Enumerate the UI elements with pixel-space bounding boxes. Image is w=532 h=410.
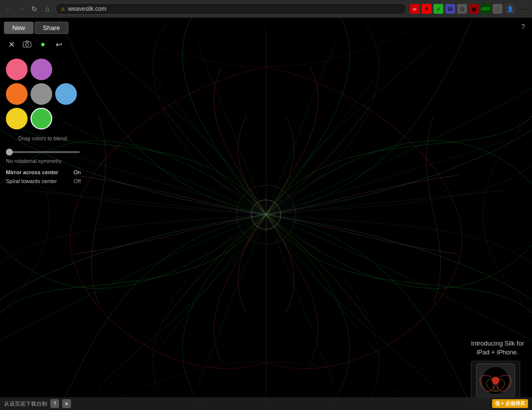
mirror-label: Mirror across center (6, 169, 58, 175)
color-palette (4, 57, 83, 131)
color-light-blue[interactable] (55, 83, 77, 105)
color-gray[interactable] (31, 83, 52, 105)
extension-icon-1[interactable]: ∞ (410, 4, 420, 14)
spiral-toggle-row[interactable]: Spiral towards center Off (4, 177, 83, 186)
drag-hint-text: Drag colors to blend. (4, 135, 83, 141)
symmetry-label: No rotational symmetry (4, 158, 83, 164)
help-button[interactable]: ? (518, 22, 528, 32)
toolbar-buttons: New Share (4, 22, 83, 34)
home-button[interactable]: ⌂ (42, 4, 52, 14)
camera-icon[interactable] (22, 39, 33, 50)
ipad-promo-text: Introducing Silk for iPad + iPhone. (471, 339, 524, 357)
extension-icon-2[interactable]: A (422, 4, 432, 14)
more-button[interactable]: ⋯ (518, 4, 528, 14)
symmetry-slider-container (4, 146, 83, 155)
svg-point-4 (26, 43, 29, 46)
address-bar[interactable]: ⚠ weavesilk.com (55, 3, 407, 15)
share-button[interactable]: Share (34, 22, 68, 34)
ipad-thumbnail (471, 361, 520, 400)
refresh-button[interactable]: ↻ (30, 4, 39, 14)
logo-badge: 值 + 必值得买 (492, 399, 528, 408)
new-button[interactable]: New (4, 22, 33, 34)
question-icon[interactable]: ? (50, 399, 59, 408)
undo-icon[interactable]: ↩ (53, 39, 64, 50)
ipad-promo[interactable]: Introducing Silk for iPad + iPhone. (471, 339, 524, 400)
symmetry-slider[interactable] (6, 151, 80, 153)
color-orange[interactable] (6, 83, 28, 105)
download-text: 从该页面下载自制 (4, 400, 47, 408)
canvas-area[interactable]: ? New Share ✕ ● ↩ (0, 18, 532, 410)
profile-icon[interactable]: 👤 (504, 3, 516, 15)
back-button[interactable]: ← (4, 4, 14, 14)
color-pink[interactable] (6, 59, 28, 80)
forward-button[interactable]: → (17, 4, 27, 14)
browser-toolbar-icons: ∞ A ✓ IA ⊙ ▣ OFF ⋮ 👤 ⋯ (410, 3, 528, 15)
tool-icons-row: ✕ ● ↩ (4, 38, 83, 51)
browser-chrome: ← → ↻ ⌂ ⚠ weavesilk.com ∞ A ✓ IA ⊙ ▣ OFF… (0, 0, 532, 18)
color-purple[interactable] (31, 59, 52, 80)
svg-point-9 (492, 377, 500, 384)
extension-icon-6[interactable]: ▣ (469, 4, 479, 14)
close-bar-button[interactable]: ✕ (62, 399, 71, 408)
toolbar: New Share ✕ ● ↩ (0, 18, 87, 189)
color-empty (55, 59, 77, 80)
spiral-label: Spiral towards center (6, 178, 57, 184)
extension-icon-3[interactable]: ✓ (433, 4, 443, 14)
mirror-toggle-row[interactable]: Mirror across center On (4, 168, 83, 177)
bottom-bar: 从该页面下载自制 ? ✕ 值 + 必值得买 (0, 397, 532, 410)
close-icon[interactable]: ✕ (6, 39, 17, 50)
extension-icon-8[interactable]: ⋮ (493, 4, 502, 14)
spiral-value: Off (74, 178, 81, 184)
url-text: weavesilk.com (68, 5, 106, 12)
extension-icon-7[interactable]: OFF (481, 4, 491, 14)
mirror-value: On (73, 169, 81, 175)
active-dot-icon[interactable]: ● (37, 39, 48, 50)
bottom-logo: 值 + 必值得买 (492, 399, 528, 408)
color-green[interactable] (31, 108, 52, 129)
extension-icon-4[interactable]: IA (445, 4, 455, 14)
color-yellow[interactable] (6, 108, 28, 129)
extension-icon-5[interactable]: ⊙ (457, 4, 467, 14)
lock-icon: ⚠ (61, 6, 65, 12)
